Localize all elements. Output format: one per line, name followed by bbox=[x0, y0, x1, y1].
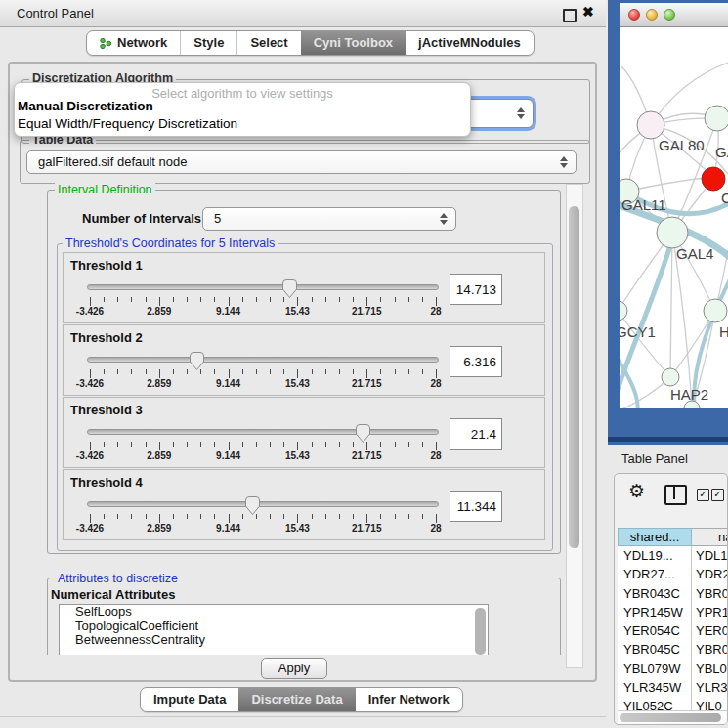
threshold-slider[interactable]: -3.4262.8599.14415.4321.71528 bbox=[87, 349, 443, 394]
table-cell: YBR043C bbox=[618, 584, 692, 603]
tick-mark bbox=[380, 297, 381, 302]
network-node[interactable] bbox=[620, 301, 627, 321]
slider-thumb[interactable] bbox=[244, 495, 261, 516]
gear-icon[interactable]: ⚙ bbox=[628, 480, 645, 502]
tick-mark bbox=[187, 442, 188, 447]
apply-button[interactable]: Apply bbox=[261, 658, 327, 679]
slider-thumb[interactable] bbox=[189, 351, 205, 371]
network-node[interactable] bbox=[662, 368, 679, 386]
attribute-item-topologicalcoefficient[interactable]: TopologicalCoefficient bbox=[60, 620, 488, 634]
tab-cyni-toolbox[interactable]: Cyni Toolbox bbox=[301, 31, 406, 55]
table-horizontal-scrollbar[interactable] bbox=[618, 710, 728, 724]
tick-mark bbox=[214, 442, 215, 447]
slider-thumb[interactable] bbox=[355, 423, 371, 444]
column-header-shared[interactable]: shared... bbox=[618, 528, 692, 546]
tab-network[interactable]: Network bbox=[87, 31, 180, 55]
tick-mark bbox=[104, 297, 105, 302]
table-row[interactable]: YBL079WYBL0 bbox=[618, 660, 728, 678]
algorithm-option-equal-width-frequency-discretization[interactable]: Equal Width/Frequency Discretization bbox=[18, 116, 237, 131]
algorithm-option-manual-discretization[interactable]: Manual Discretization bbox=[18, 99, 153, 113]
network-canvas[interactable]: GAL80GACGAL11GAL4GCY1HHAP2 bbox=[620, 27, 728, 408]
table-row[interactable]: YDL19...YDL1 bbox=[618, 546, 728, 565]
tab-style[interactable]: Style bbox=[180, 31, 236, 55]
threshold-value-field[interactable]: 21.4 bbox=[450, 418, 502, 450]
numerical-attributes-list[interactable]: SelfLoopsTopologicalCoefficientBetweenne… bbox=[59, 604, 489, 655]
checkbox-icon[interactable]: ✓ bbox=[697, 489, 709, 501]
algorithm-combobox[interactable] bbox=[465, 99, 534, 128]
slider-track[interactable] bbox=[87, 429, 439, 435]
tick-mark bbox=[146, 514, 147, 519]
threshold-label: Threshold 2 bbox=[70, 330, 143, 345]
scrollbar-thumb[interactable] bbox=[569, 206, 579, 548]
threshold-slider[interactable]: -3.4262.8599.14415.4321.71528 bbox=[87, 421, 443, 466]
checkbox-icon[interactable]: ✓ bbox=[711, 489, 724, 501]
slider-track[interactable] bbox=[87, 501, 439, 507]
close-icon[interactable]: ✖ bbox=[582, 4, 594, 20]
minimize-traffic-light-icon[interactable] bbox=[646, 9, 658, 21]
table-row[interactable]: YLR345WYLR3 bbox=[618, 678, 728, 697]
slider-track[interactable] bbox=[87, 284, 439, 290]
tick-mark bbox=[242, 297, 243, 302]
attributes-scrollbar-thumb[interactable] bbox=[475, 608, 486, 655]
tick-mark bbox=[325, 297, 326, 302]
tab-jactivemnodules[interactable]: jActiveMNodules bbox=[406, 31, 534, 55]
tick-mark bbox=[312, 514, 313, 519]
table-data-combobox[interactable]: galFiltered.sif default node bbox=[26, 150, 577, 174]
tab-impute-data[interactable]: Impute Data bbox=[141, 688, 238, 711]
numerical-attributes-label: Numerical Attributes bbox=[51, 587, 175, 602]
tick-mark bbox=[200, 297, 201, 302]
table-row[interactable]: YDR27...YDR2 bbox=[618, 565, 728, 583]
tick-mark bbox=[270, 369, 271, 374]
table-row[interactable]: YBR045CYBR0 bbox=[618, 640, 728, 659]
attribute-item-betweennesscentrality[interactable]: BetweennessCentrality bbox=[60, 633, 488, 648]
network-node[interactable] bbox=[657, 217, 688, 248]
threshold-slider[interactable]: -3.4262.8599.14415.4321.71528 bbox=[87, 493, 443, 538]
threshold-label: Threshold 1 bbox=[70, 258, 143, 273]
tick-mark bbox=[242, 442, 243, 447]
table-cell: YBR0 bbox=[692, 584, 728, 603]
network-node[interactable] bbox=[704, 299, 727, 322]
table-rows: YDL19...YDL1YDR27...YDR2YBR043CYBR0YPR14… bbox=[618, 546, 728, 716]
network-edge[interactable] bbox=[670, 233, 672, 376]
attribute-item-selfloops[interactable]: SelfLoops bbox=[60, 605, 488, 620]
tick-mark bbox=[325, 514, 326, 519]
number-of-intervals-combobox[interactable]: 5 bbox=[202, 207, 456, 231]
zoom-traffic-light-icon[interactable] bbox=[664, 9, 675, 21]
tick-mark bbox=[395, 297, 396, 302]
tick-mark bbox=[283, 369, 284, 374]
tick-mark bbox=[312, 442, 313, 447]
threshold-value-field[interactable]: 6.316 bbox=[450, 346, 502, 377]
slider-track[interactable] bbox=[87, 357, 439, 363]
table-row[interactable]: YPR145WYPR1 bbox=[618, 603, 728, 621]
settings-vertical-scrollbar[interactable] bbox=[566, 184, 583, 668]
close-traffic-light-icon[interactable] bbox=[628, 9, 640, 21]
threshold-slider[interactable]: -3.4262.8599.14415.4321.71528 bbox=[87, 277, 443, 321]
threshold-panel-1: Threshold 1-3.4262.8599.14415.4321.71528… bbox=[63, 252, 545, 323]
network-node[interactable] bbox=[705, 106, 728, 131]
tick-label: 9.144 bbox=[199, 306, 258, 317]
tab-infer-network[interactable]: Infer Network bbox=[356, 688, 462, 711]
table-row[interactable]: YER054CYER0 bbox=[618, 621, 728, 640]
slider-thumb[interactable] bbox=[281, 278, 298, 299]
network-node[interactable] bbox=[637, 111, 664, 139]
scrollbar-thumb[interactable] bbox=[620, 713, 721, 722]
tick-mark bbox=[283, 514, 284, 519]
network-node[interactable] bbox=[702, 167, 725, 191]
tick-mark bbox=[436, 442, 437, 450]
float-window-icon[interactable] bbox=[563, 9, 577, 22]
threshold-value-field[interactable]: 11.344 bbox=[450, 491, 502, 522]
threshold-value-field[interactable]: 14.713 bbox=[450, 274, 502, 305]
column-header-na[interactable]: na bbox=[692, 528, 728, 546]
columns-icon[interactable] bbox=[664, 485, 687, 505]
table-row[interactable]: YBR043CYBR0 bbox=[618, 584, 728, 603]
tick-mark bbox=[173, 369, 174, 374]
table-cell: YER0 bbox=[692, 621, 728, 640]
tab-discretize-data[interactable]: Discretize Data bbox=[238, 688, 355, 711]
tick-mark bbox=[146, 442, 147, 447]
network-window-titlebar[interactable] bbox=[620, 3, 728, 27]
tick-mark bbox=[380, 369, 381, 374]
threshold-label: Threshold 4 bbox=[70, 475, 143, 490]
tab-select[interactable]: Select bbox=[236, 31, 300, 55]
table-header-row: shared...na bbox=[618, 528, 728, 546]
tick-mark bbox=[173, 442, 174, 447]
